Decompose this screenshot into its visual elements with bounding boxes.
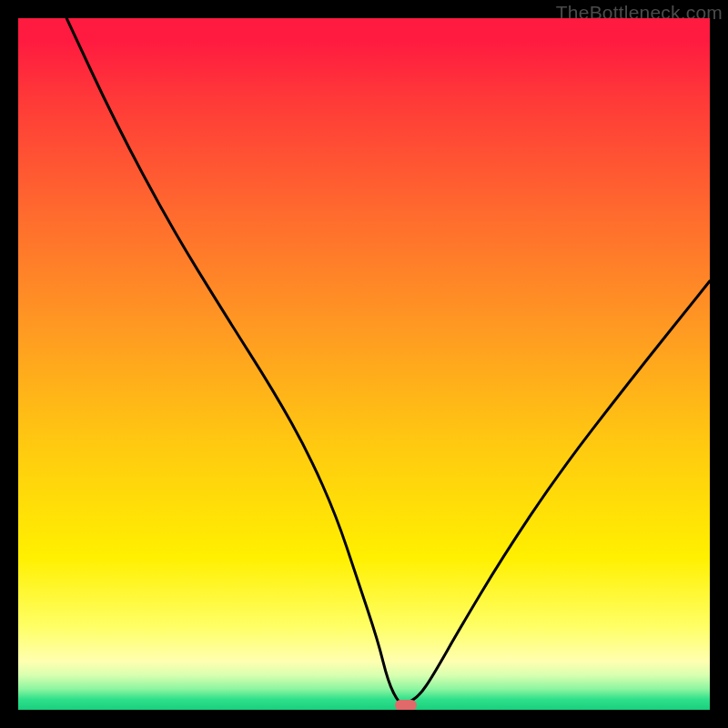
optimal-marker [395,700,417,710]
curve-path [66,18,710,703]
plot-area [18,18,710,710]
chart-stage: TheBottleneck.com [0,0,728,728]
bottleneck-curve [18,18,710,710]
